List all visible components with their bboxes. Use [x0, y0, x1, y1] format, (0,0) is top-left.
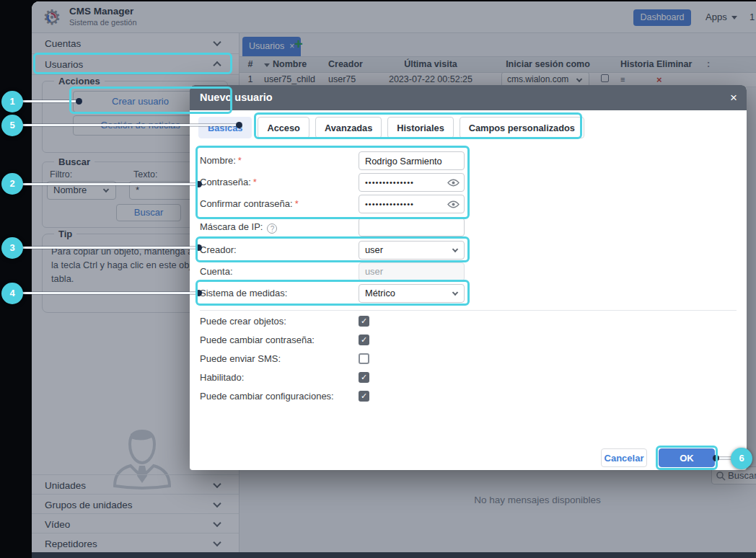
connector-line-2 [12, 183, 199, 185]
puede-cambiar-contrasena-checkbox[interactable]: ✓ [359, 335, 369, 345]
checkbox-row: Puede cambiar contraseña: ✓ [200, 335, 561, 347]
puede-enviar-sms-checkbox[interactable] [359, 353, 369, 364]
mascara-ip-label: Máscara de IP:? [200, 218, 277, 236]
checkbox-label: Puede cambiar contraseña: [200, 335, 315, 345]
highlight-ok-button [656, 446, 718, 470]
tab-basicas[interactable]: Básicas [198, 117, 252, 138]
mascara-ip-field[interactable] [359, 218, 465, 236]
cuenta-field: user [359, 262, 465, 281]
checkbox-label: Puede cambiar configuraciones: [200, 391, 334, 402]
new-user-modal: Nuevo usuario × Básicas Acceso Avanzadas… [190, 85, 747, 470]
connector-line-4 [12, 292, 199, 294]
habilitado-checkbox[interactable]: ✓ [359, 372, 369, 383]
cancel-button[interactable]: Cancelar [601, 448, 647, 467]
checkbox-label: Puede crear objetos: [200, 316, 286, 327]
annotation-badge-6: 6 [731, 448, 752, 469]
highlight-usuarios-section [33, 53, 232, 74]
checkbox-label: Habilitado: [200, 372, 244, 383]
modal-header: Nuevo usuario × [190, 85, 747, 110]
annotation-badge-3: 3 [1, 237, 23, 259]
puede-cambiar-configuraciones-checkbox[interactable]: ✓ [359, 391, 369, 402]
highlight-modal-tabs [254, 112, 582, 139]
checkbox-row: Puede enviar SMS: [200, 353, 561, 366]
checkbox-label: Puede enviar SMS: [200, 353, 281, 364]
annotation-badge-5: 5 [1, 115, 23, 136]
bottom-strip [32, 552, 756, 558]
screen: ⚙ CMS Manager Sistema de gestión Dashboa… [0, 0, 756, 558]
annotation-badge-4: 4 [1, 283, 23, 304]
help-icon[interactable]: ? [267, 223, 277, 234]
checkbox-row: Puede crear objetos: ✓ [200, 316, 561, 329]
divider [200, 310, 737, 311]
close-icon[interactable]: × [730, 85, 737, 110]
annotation-badge-2: 2 [1, 173, 23, 195]
checkbox-row: Puede cambiar configuraciones: ✓ [200, 391, 561, 404]
annotation-badge-1: 1 [1, 91, 23, 112]
cuenta-label: Cuenta: [200, 262, 233, 281]
connector-line-5 [12, 124, 239, 126]
highlight-creador-field [195, 236, 470, 262]
highlight-sistema-field [195, 280, 470, 306]
highlight-name-password-fields [195, 146, 470, 219]
checkbox-row: Habilitado: ✓ [200, 372, 561, 385]
highlight-crear-usuario [69, 87, 232, 114]
puede-crear-objetos-checkbox[interactable]: ✓ [359, 316, 369, 327]
connector-line-3 [12, 247, 199, 249]
